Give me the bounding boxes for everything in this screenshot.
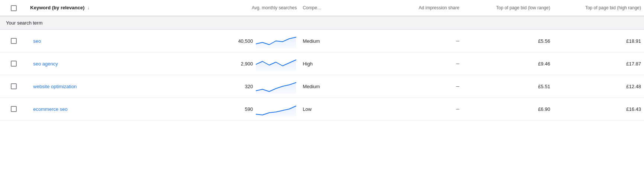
row-checkbox-cell bbox=[0, 98, 27, 121]
bid-high-cell: £17.87 bbox=[553, 52, 644, 75]
ad-impression-cell: – bbox=[345, 52, 462, 75]
competition-cell: Medium bbox=[300, 75, 345, 98]
avg-searches-column-header: Avg. monthly searches bbox=[205, 0, 300, 16]
table-row: seo 40,500 Medium–£5.56£18.91 bbox=[0, 30, 644, 52]
section-header-cell: Your search term bbox=[0, 16, 644, 30]
avg-searches-cell: 2,900 bbox=[205, 52, 300, 75]
competition-cell: Medium bbox=[300, 30, 345, 52]
bid-high-header-label: Top of page bid (high range) bbox=[585, 5, 641, 10]
row-checkbox[interactable] bbox=[11, 61, 17, 67]
competition-header-label: Compe… bbox=[303, 5, 322, 10]
bid-low-cell: £9.46 bbox=[462, 52, 553, 75]
row-checkbox[interactable] bbox=[11, 83, 17, 89]
section-label: Your search term bbox=[6, 20, 43, 26]
keyword-cell[interactable]: ecommerce seo bbox=[27, 98, 204, 121]
sparkline-chart bbox=[256, 102, 297, 116]
avg-searches-value: 40,500 bbox=[234, 38, 253, 44]
keyword-table-wrapper: Keyword (by relevance) ↓ Avg. monthly se… bbox=[0, 0, 644, 121]
table-header-row: Keyword (by relevance) ↓ Avg. monthly se… bbox=[0, 0, 644, 16]
bid-low-header-label: Top of page bid (low range) bbox=[496, 5, 550, 10]
sort-icon: ↓ bbox=[87, 5, 90, 11]
bid-low-cell: £5.51 bbox=[462, 75, 553, 98]
keyword-cell[interactable]: seo agency bbox=[27, 52, 204, 75]
bid-high-cell: £16.43 bbox=[553, 98, 644, 121]
ad-impression-column-header: Ad impression share bbox=[345, 0, 462, 16]
avg-searches-value: 320 bbox=[234, 84, 253, 89]
row-checkbox-cell bbox=[0, 52, 27, 75]
competition-cell: High bbox=[300, 52, 345, 75]
ad-impression-cell: – bbox=[345, 75, 462, 98]
competition-column-header: Compe… bbox=[300, 0, 345, 16]
avg-searches-value: 2,900 bbox=[234, 61, 253, 67]
sparkline-chart bbox=[256, 79, 297, 94]
row-checkbox-cell bbox=[0, 75, 27, 98]
ad-impression-dash: – bbox=[456, 60, 460, 67]
avg-searches-value: 590 bbox=[234, 106, 253, 112]
select-all-header[interactable] bbox=[0, 0, 27, 16]
bid-low-cell: £6.90 bbox=[462, 98, 553, 121]
avg-searches-cell: 40,500 bbox=[205, 30, 300, 52]
bid-high-cell: £18.91 bbox=[553, 30, 644, 52]
keyword-cell[interactable]: seo bbox=[27, 30, 204, 52]
keyword-table: Keyword (by relevance) ↓ Avg. monthly se… bbox=[0, 0, 644, 121]
row-checkbox-cell bbox=[0, 30, 27, 52]
table-row: seo agency 2,900 High–£9.46£17.87 bbox=[0, 52, 644, 75]
keyword-header-label: Keyword (by relevance) bbox=[30, 5, 84, 10]
avg-searches-header-label: Avg. monthly searches bbox=[252, 5, 297, 10]
ad-impression-header-label: Ad impression share bbox=[419, 5, 459, 10]
section-header-row: Your search term bbox=[0, 16, 644, 30]
bid-high-cell: £12.48 bbox=[553, 75, 644, 98]
avg-searches-cell: 320 bbox=[205, 75, 300, 98]
ad-impression-cell: – bbox=[345, 30, 462, 52]
row-checkbox[interactable] bbox=[11, 106, 17, 112]
bid-low-cell: £5.56 bbox=[462, 30, 553, 52]
avg-searches-cell: 590 bbox=[205, 98, 300, 121]
keyword-cell[interactable]: website optimization bbox=[27, 75, 204, 98]
ad-impression-cell: – bbox=[345, 98, 462, 121]
table-row: website optimization 320 Medium–£5.51£12… bbox=[0, 75, 644, 98]
ad-impression-dash: – bbox=[456, 106, 460, 112]
competition-cell: Low bbox=[300, 98, 345, 121]
header-checkbox[interactable] bbox=[11, 5, 17, 11]
row-checkbox[interactable] bbox=[11, 38, 17, 44]
sparkline-chart bbox=[256, 33, 297, 48]
sparkline-chart bbox=[256, 56, 297, 71]
ad-impression-dash: – bbox=[456, 38, 460, 44]
bid-low-column-header: Top of page bid (low range) bbox=[462, 0, 553, 16]
ad-impression-dash: – bbox=[456, 83, 460, 89]
table-row: ecommerce seo 590 Low–£6.90£16.43 bbox=[0, 98, 644, 121]
bid-high-column-header: Top of page bid (high range) bbox=[553, 0, 644, 16]
keyword-column-header[interactable]: Keyword (by relevance) ↓ bbox=[27, 0, 204, 16]
